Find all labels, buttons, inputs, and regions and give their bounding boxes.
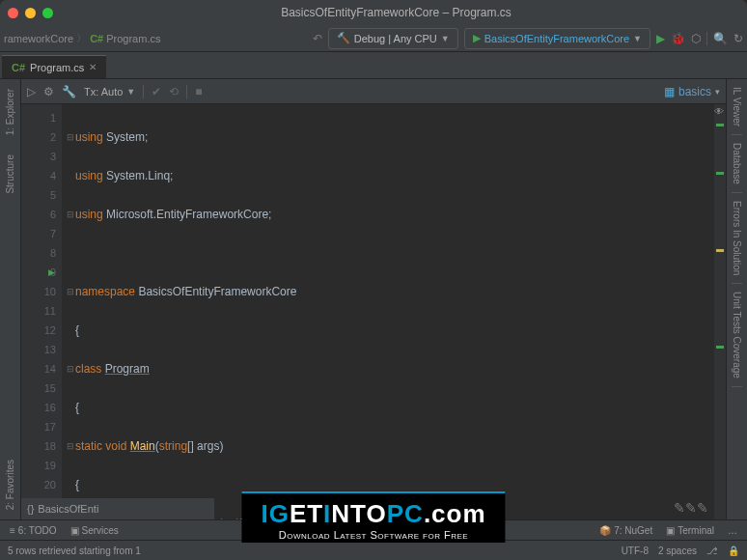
- maximize-icon[interactable]: [42, 8, 53, 18]
- scrollmark: [716, 172, 724, 175]
- tab-services[interactable]: ▣Services: [65, 525, 124, 536]
- breadcrumb-file: Program.cs: [106, 33, 160, 44]
- debug-button[interactable]: 🐞: [671, 32, 685, 45]
- run-config-dropdown[interactable]: ▶ BasicsOfEntityFrameworkCore ▼: [464, 28, 650, 49]
- tool-errors[interactable]: Errors In Solution: [732, 193, 742, 284]
- editor-tabbar: C# Program.cs ✕: [0, 52, 747, 79]
- scrollmark: [716, 249, 724, 252]
- git-branch-icon[interactable]: ⎇: [706, 546, 718, 556]
- scrollbar-map[interactable]: 👁: [714, 104, 726, 519]
- csharp-icon: C#: [12, 62, 25, 73]
- close-icon[interactable]: [8, 8, 18, 18]
- tool-explorer[interactable]: 1: Explorer: [5, 79, 15, 145]
- titlebar: BasicsOfEntityFrameworkCore – Program.cs: [0, 0, 747, 25]
- close-icon[interactable]: ✕: [89, 62, 97, 72]
- tx-dropdown[interactable]: Tx: Auto ▼: [84, 86, 135, 98]
- breadcrumb-folder: rameworkCore: [4, 33, 73, 44]
- play-icon[interactable]: ▷: [27, 85, 36, 98]
- scope-chip[interactable]: ▦ basics ▾: [664, 85, 720, 98]
- chevron-down-icon: ▾: [715, 87, 720, 97]
- tab-more[interactable]: …: [722, 525, 743, 536]
- commit-icon[interactable]: ✔: [152, 85, 161, 98]
- run-button[interactable]: ▶: [656, 32, 665, 45]
- tool-structure[interactable]: Structure: [5, 145, 15, 204]
- csharp-icon: C#: [90, 33, 103, 44]
- build-config-dropdown[interactable]: 🔨 Debug | Any CPU ▼: [328, 28, 458, 49]
- left-toolwindows: 1: Explorer Structure 2: Favorites: [0, 79, 21, 519]
- tool-favorites[interactable]: 2: Favorites: [5, 450, 15, 519]
- eye-icon[interactable]: 👁: [714, 106, 724, 117]
- attach-button[interactable]: ⬡: [691, 32, 701, 45]
- cube-icon: ▦: [664, 85, 675, 98]
- pencils-icon[interactable]: ✎✎✎: [674, 500, 708, 516]
- config-label: Debug | Any CPU: [354, 33, 437, 44]
- breadcrumb-sep: 〉: [76, 31, 87, 45]
- nav-crumbs[interactable]: {} BasicsOfEnti: [21, 498, 214, 519]
- wrench-icon[interactable]: 🔧: [62, 85, 76, 98]
- right-toolwindows: IL Viewer Database Errors In Solution Un…: [726, 79, 747, 519]
- tool-database[interactable]: Database: [732, 135, 742, 193]
- tool-ilviewer[interactable]: IL Viewer: [732, 79, 742, 135]
- scrollmark: [716, 124, 724, 126]
- status-encoding[interactable]: UTF-8: [622, 546, 649, 556]
- code-content[interactable]: ⊟using System; using System.Linq; ⊟using…: [62, 104, 714, 519]
- tab-nuget[interactable]: 📦7: NuGet: [594, 525, 658, 536]
- crumb-label: BasicsOfEnti: [38, 503, 98, 515]
- tab-todo[interactable]: ≡6: TODO: [4, 525, 63, 536]
- navbar: rameworkCore 〉 C# Program.cs ↶ 🔨 Debug |…: [0, 25, 747, 52]
- chevron-down-icon: ▼: [633, 34, 642, 43]
- breadcrumb[interactable]: rameworkCore 〉 C# Program.cs: [4, 31, 160, 45]
- hammer-icon: 🔨: [337, 32, 350, 44]
- status-indent[interactable]: 2 spaces: [658, 546, 697, 556]
- gear-icon[interactable]: ⚙: [43, 85, 54, 98]
- status-bar: 5 rows retrieved starting from 1 UTF-8 2…: [0, 540, 747, 560]
- code-editor[interactable]: 1 2 3 4 5 6 7 8 9▶ 10 11 12 13 14 15 16 …: [21, 104, 726, 519]
- lock-icon[interactable]: 🔒: [728, 546, 739, 556]
- update-icon[interactable]: ↻: [733, 32, 743, 45]
- chevron-down-icon: ▼: [126, 87, 135, 97]
- tab-terminal[interactable]: ▣Terminal: [660, 525, 720, 536]
- chevron-down-icon: ▼: [441, 34, 450, 43]
- braces-icon: {}: [27, 503, 34, 515]
- run-gutter-icon[interactable]: ▶: [48, 263, 55, 282]
- tab-program-cs[interactable]: C# Program.cs ✕: [2, 55, 106, 78]
- window-controls: [8, 8, 53, 18]
- stop-icon[interactable]: ■: [195, 85, 202, 98]
- tab-label: Program.cs: [30, 62, 84, 73]
- scrollmark: [716, 346, 724, 349]
- rollback-icon[interactable]: ⟲: [169, 85, 179, 98]
- editor-toolbar: ▷ ⚙ 🔧 Tx: Auto ▼ ✔ ⟲ ■ ▦ basics ▾: [21, 79, 726, 104]
- project-label: BasicsOfEntityFrameworkCore: [484, 33, 629, 44]
- tool-tests[interactable]: Unit Tests Coverage: [732, 284, 742, 387]
- line-gutter: 1 2 3 4 5 6 7 8 9▶ 10 11 12 13 14 15 16 …: [21, 104, 62, 519]
- banner-subtitle: Download Latest Software for Free: [261, 529, 485, 541]
- minimize-icon[interactable]: [25, 8, 36, 18]
- undo-icon[interactable]: ↶: [313, 32, 322, 45]
- play-icon: ▶: [473, 32, 481, 44]
- search-icon[interactable]: 🔍: [713, 32, 728, 45]
- window-title: BasicsOfEntityFrameworkCore – Program.cs: [53, 6, 739, 19]
- banner-title: IGETINTOPC.com: [261, 499, 485, 529]
- watermark-banner: IGETINTOPC.com Download Latest Software …: [241, 491, 505, 543]
- status-message: 5 rows retrieved starting from 1: [8, 546, 141, 556]
